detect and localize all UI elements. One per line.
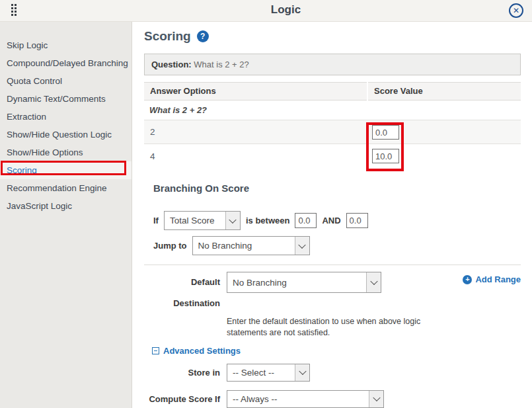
score-value-input[interactable] [372, 125, 399, 140]
chevron-down-icon [366, 272, 381, 292]
sidebar-item-show-hide-options[interactable]: Show/Hide Options [0, 143, 132, 161]
default-destination-value: No Branching [227, 272, 366, 292]
close-icon[interactable]: ✕ [509, 3, 523, 18]
sidebar-item-skip-logic[interactable]: Skip Logic [0, 36, 132, 54]
is-between-label: is between [246, 216, 289, 225]
jump-to-select[interactable]: No Branching [192, 236, 310, 255]
store-in-value: -- Select -- [227, 364, 295, 381]
sidebar-item-show-hide-question-logic[interactable]: Show/Hide Question Logic [0, 126, 132, 143]
advanced-settings-toggle[interactable]: Advanced Settings [152, 346, 521, 356]
advanced-settings-label: Advanced Settings [163, 346, 241, 356]
question-label: Question: [151, 60, 192, 69]
chevron-down-icon [295, 237, 309, 255]
modal-title: Logic [271, 3, 301, 17]
chevron-down-icon [225, 212, 240, 229]
page-title: Scoring [144, 29, 191, 44]
section-divider [144, 265, 521, 265]
score-value-input[interactable] [372, 149, 399, 163]
range-max-input[interactable] [346, 213, 368, 228]
score-variable-value: Total Score [165, 212, 225, 229]
sidebar: Skip Logic Compound/Delayed Branching Qu… [0, 22, 132, 408]
main-panel: Scoring ? Question: What is 2 + 2? Answe… [132, 22, 532, 408]
range-min-input[interactable] [295, 213, 317, 228]
score-variable-select[interactable]: Total Score [164, 211, 241, 230]
answer-options-table: Answer Options Score Value What is 2 + 2… [144, 82, 521, 168]
add-icon: + [463, 275, 472, 284]
collapse-icon [152, 347, 159, 354]
answer-option-label: 2 [150, 127, 155, 137]
sidebar-item-quota-control[interactable]: Quota Control [0, 72, 132, 90]
store-in-select[interactable]: -- Select -- [227, 364, 310, 382]
question-box: Question: What is 2 + 2? [144, 54, 521, 75]
if-label: If [153, 216, 159, 225]
add-range-button[interactable]: + Add Range [463, 274, 521, 284]
table-row: 4 [144, 144, 521, 168]
store-in-label: Store in [144, 368, 220, 378]
chevron-down-icon [369, 391, 383, 407]
compute-score-if-value: -- Always -- [227, 391, 369, 407]
add-range-label: Add Range [475, 274, 521, 284]
question-group-row: What is 2 + 2? [144, 101, 521, 120]
sidebar-item-compound-delayed-branching[interactable]: Compound/Delayed Branching [0, 54, 132, 72]
help-icon[interactable]: ? [197, 30, 209, 42]
sidebar-item-scoring[interactable]: Scoring [0, 161, 132, 179]
jump-to-value: No Branching [193, 237, 295, 255]
column-header-score-value: Score Value [368, 82, 521, 101]
chevron-down-icon [295, 364, 309, 381]
column-header-answer-options: Answer Options [144, 82, 367, 101]
default-destination-select[interactable]: No Branching [227, 272, 381, 293]
compute-score-if-select[interactable]: -- Always -- [227, 390, 384, 408]
sidebar-item-recommendation-engine[interactable]: Recommendation Engine [0, 179, 132, 197]
default-destination-label: Default Destination [144, 272, 220, 314]
branching-section-title: Branching On Score [153, 183, 521, 194]
table-row: 2 [144, 120, 521, 144]
default-destination-help-text: Enter the default destination to use whe… [227, 316, 448, 339]
jump-to-label: Jump to [153, 241, 187, 251]
sidebar-item-javascript-logic[interactable]: JavaScript Logic [0, 197, 132, 215]
and-label: AND [322, 216, 340, 225]
answer-option-label: 4 [150, 151, 155, 161]
drag-handle-icon[interactable] [11, 4, 17, 16]
sidebar-item-extraction[interactable]: Extraction [0, 108, 132, 126]
sidebar-item-dynamic-text-comments[interactable]: Dynamic Text/Comments [0, 90, 132, 108]
modal-header: Logic ✕ [0, 0, 532, 22]
compute-score-if-label: Compute Score If [144, 394, 220, 404]
question-text: What is 2 + 2? [194, 60, 248, 69]
